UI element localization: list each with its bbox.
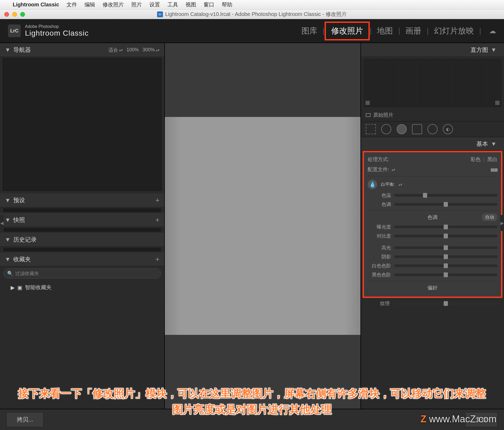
temp-slider[interactable] — [394, 194, 497, 197]
extra-sliders: 纹理 — [361, 298, 504, 310]
spot-tool-icon[interactable] — [381, 124, 391, 134]
collections-body: 🔍 过滤收藏夹 ▶ ▣ 智能收藏夹 — [0, 266, 164, 298]
presets-scrollbar[interactable] — [3, 208, 161, 212]
collapse-icon: ▼ — [5, 47, 11, 53]
navigator-title: 导航器 — [13, 46, 31, 54]
collections-title: 收藏夹 — [13, 255, 31, 263]
redeye-tool-icon[interactable] — [397, 124, 407, 134]
radial-tool-icon[interactable] — [427, 124, 438, 134]
menu-window[interactable]: 窗口 — [204, 1, 214, 8]
blacks-label: 黑色色阶 — [368, 272, 391, 278]
expand-icon: ▶ — [11, 284, 15, 291]
snapshots-header[interactable]: ▼ 快照 + — [0, 213, 164, 227]
presets-title: 预设 — [13, 196, 25, 204]
search-icon: 🔍 — [7, 271, 13, 276]
lrc-doc-icon: Lr — [157, 11, 163, 17]
wb-select-icon[interactable]: ▴▾ — [398, 182, 402, 187]
menu-view[interactable]: 视图 — [186, 1, 196, 8]
profile-select-icon[interactable]: ▴▾ — [392, 167, 395, 172]
left-panel: ▼ 导航器 适合▴▾ 100% 300%▴▾ ▼ 预设 + ▼ 快照 + — [0, 43, 165, 409]
presence-section-title: 偏好 — [368, 283, 497, 293]
module-develop[interactable]: 修改照片 — [325, 22, 370, 40]
navigator-preview[interactable] — [3, 58, 162, 191]
highlights-slider[interactable] — [394, 246, 497, 249]
minimize-window-button[interactable] — [12, 12, 17, 17]
menu-develop[interactable]: 修改照片 — [103, 1, 124, 8]
traffic-lights — [4, 12, 25, 17]
add-snapshot-icon[interactable]: + — [156, 216, 159, 224]
mac-menubar: Lightroom Classic 文件 编辑 修改照片 照片 设置 工具 视图… — [0, 0, 504, 10]
cloud-sync-icon[interactable]: ☁ — [489, 27, 496, 35]
zoom-300[interactable]: 300%▴▾ — [142, 47, 159, 53]
treatment-bw[interactable]: 黑白 — [487, 156, 497, 163]
add-preset-icon[interactable]: + — [156, 196, 159, 204]
texture-slider[interactable] — [393, 302, 499, 305]
menu-photo[interactable]: 照片 — [131, 1, 142, 8]
smart-collections-item[interactable]: ▶ ▣ 智能收藏夹 — [3, 282, 161, 293]
contrast-label: 对比度 — [368, 233, 391, 239]
highlight-clip-icon[interactable] — [495, 101, 499, 105]
wb-label: 白平衡: — [381, 182, 395, 187]
filter-placeholder: 过滤收藏夹 — [15, 270, 39, 277]
menu-settings[interactable]: 设置 — [149, 1, 160, 8]
right-edge-handle[interactable]: ▶ — [500, 215, 504, 231]
crop-tool-icon[interactable] — [366, 124, 376, 134]
histogram-display[interactable] — [364, 59, 501, 107]
menu-tools[interactable]: 工具 — [167, 1, 178, 8]
basic-panel-header[interactable]: 基本 ▼ — [361, 137, 504, 151]
center-canvas[interactable] — [165, 43, 360, 409]
whites-label: 白色色阶 — [368, 263, 391, 269]
maximize-window-button[interactable] — [20, 12, 25, 17]
zoom-100[interactable]: 100% — [127, 47, 139, 53]
collections-header[interactable]: ▼ 收藏夹 + — [0, 252, 164, 266]
contrast-slider[interactable] — [394, 235, 497, 237]
module-map[interactable]: 地图 — [372, 23, 398, 39]
profile-browser-icon[interactable]: ▦▦ — [490, 167, 497, 172]
smart-collection-icon: ▣ — [17, 284, 22, 291]
tint-slider[interactable] — [394, 203, 497, 206]
collapse-icon: ▼ — [491, 47, 497, 53]
brush-tool-icon[interactable]: ◐ — [443, 124, 453, 134]
add-collection-icon[interactable]: + — [156, 255, 159, 263]
menu-help[interactable]: 帮助 — [222, 1, 232, 8]
whites-slider[interactable] — [394, 264, 497, 267]
original-toggle[interactable]: 原始照片 — [361, 109, 504, 121]
brand-line1: Adobe Photoshop — [25, 24, 89, 29]
gradient-tool-icon[interactable] — [412, 124, 422, 134]
navigator-header[interactable]: ▼ 导航器 适合▴▾ 100% 300%▴▾ — [0, 43, 164, 57]
snapshot-scrollbar[interactable] — [3, 228, 161, 232]
histogram-header[interactable]: 直方图 ▼ — [361, 43, 504, 57]
module-slideshow[interactable]: 幻灯片放映 — [429, 23, 479, 39]
auto-tone-button[interactable]: 自动 — [482, 213, 497, 221]
close-window-button[interactable] — [4, 12, 9, 17]
smart-collections-label: 智能收藏夹 — [25, 284, 52, 291]
app-body: ▼ 导航器 适合▴▾ 100% 300%▴▾ ▼ 预设 + ▼ 快照 + — [0, 43, 504, 409]
shadows-label: 阴影 — [368, 254, 391, 260]
shadow-clip-icon[interactable] — [366, 101, 370, 105]
app-root: LrC Adobe Photoshop Lightroom Classic 图库… — [0, 19, 504, 430]
module-book[interactable]: 画册 — [400, 23, 427, 39]
window-title: Lightroom Catalog-v10.lrcat - Adobe Phot… — [165, 11, 347, 18]
module-library[interactable]: 图库 — [296, 23, 323, 39]
menu-edit[interactable]: 编辑 — [85, 1, 95, 8]
zoom-fit[interactable]: 适合▴▾ — [108, 47, 123, 53]
collapse-icon: ▼ — [5, 217, 11, 224]
filter-collections-input[interactable]: 🔍 过滤收藏夹 — [3, 268, 161, 279]
eyedropper-icon[interactable]: 💧 — [368, 180, 377, 189]
treatment-label: 处理方式: — [368, 156, 392, 163]
exposure-label: 曝光度 — [368, 224, 391, 230]
left-edge-handle[interactable]: ◀ — [0, 215, 4, 231]
menu-app-name[interactable]: Lightroom Classic — [13, 2, 59, 8]
history-scrollbar[interactable] — [3, 248, 161, 251]
blacks-slider[interactable] — [394, 273, 497, 276]
presets-header[interactable]: ▼ 预设 + — [0, 193, 164, 207]
brand-text: Adobe Photoshop Lightroom Classic — [25, 24, 89, 37]
shadows-slider[interactable] — [394, 255, 497, 258]
collapse-icon: ▼ — [5, 256, 11, 263]
copy-button[interactable]: 拷贝... — [6, 412, 44, 427]
history-header[interactable]: ▼ 历史记录 — [0, 233, 164, 247]
menu-file[interactable]: 文件 — [66, 1, 77, 8]
collapse-icon: ▼ — [491, 141, 497, 147]
treatment-color[interactable]: 彩色 — [471, 156, 481, 163]
exposure-slider[interactable] — [394, 226, 497, 228]
